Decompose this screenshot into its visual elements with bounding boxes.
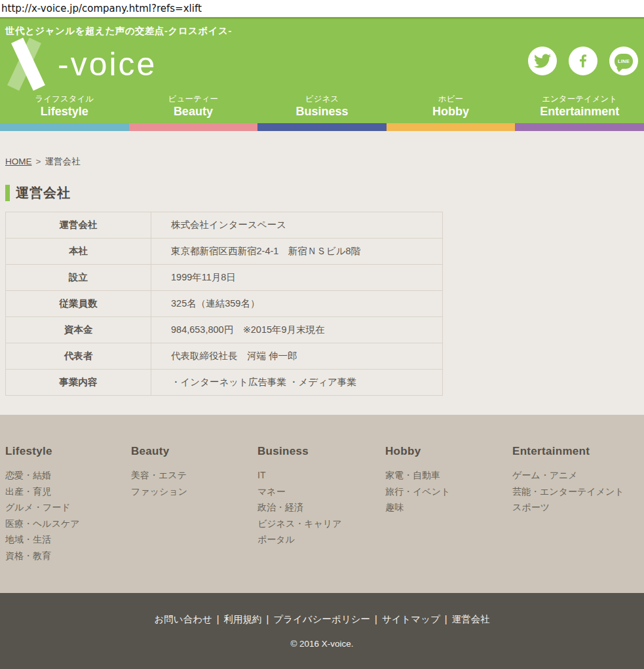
nav-label-en: Beauty <box>129 104 258 119</box>
footer-link[interactable]: 恋愛・結婚 <box>5 467 131 484</box>
row-value: 株式会社インタースペース <box>151 212 443 239</box>
footer-link[interactable]: グルメ・フード <box>5 499 131 516</box>
legal-link-contact[interactable]: お問い合わせ <box>154 614 212 624</box>
footer-column-title: Hobby <box>385 445 512 458</box>
row-label: 従業員数 <box>6 291 151 317</box>
stripe-business <box>257 123 387 131</box>
footer-column-entertainment: Entertainment ゲーム・アニメ 芸能・エンターテイメント スポーツ <box>512 445 624 593</box>
legal-separator: | <box>267 614 269 624</box>
nav-label-jp: ライフスタイル <box>0 94 129 104</box>
nav-label-en: Lifestyle <box>0 104 129 119</box>
main-nav: ライフスタイル Lifestyle ビューティー Beauty ビジネス Bus… <box>0 94 644 123</box>
footer-link[interactable]: ポータル <box>257 531 385 548</box>
table-row: 資本金 984,653,800円 ※2015年9月末現在 <box>6 317 443 343</box>
row-label: 代表者 <box>6 343 151 370</box>
footer-link[interactable]: ゲーム・アニメ <box>512 467 624 484</box>
row-label: 事業内容 <box>6 370 151 396</box>
breadcrumb: HOME>運営会社 <box>5 156 639 168</box>
table-row: 本社 東京都新宿区西新宿2-4-1 新宿ＮＳビル8階 <box>6 239 443 265</box>
nav-label-jp: ビジネス <box>257 94 387 104</box>
twitter-icon[interactable] <box>528 47 557 75</box>
row-value: 325名（連結359名） <box>151 291 443 317</box>
facebook-icon[interactable] <box>569 47 597 75</box>
row-value: ・インターネット広告事業 ・メディア事業 <box>151 370 443 396</box>
row-value: 東京都新宿区西新宿2-4-1 新宿ＮＳビル8階 <box>151 239 443 265</box>
main-content: HOME>運営会社 運営会社 運営会社 株式会社インタースペース 本社 東京都新… <box>0 131 644 415</box>
table-row: 従業員数 325名（連結359名） <box>6 291 443 317</box>
nav-label-jp: ホビー <box>387 94 516 104</box>
row-value: 1999年11月8日 <box>151 265 443 291</box>
legal-link-terms[interactable]: 利用規約 <box>224 614 262 624</box>
footer-link[interactable]: ビジネス・キャリア <box>257 516 385 532</box>
nav-item-lifestyle[interactable]: ライフスタイル Lifestyle <box>0 94 129 123</box>
footer-link[interactable]: 家電・自動車 <box>385 467 512 484</box>
table-row: 事業内容 ・インターネット広告事業 ・メディア事業 <box>6 370 443 396</box>
company-info-table: 運営会社 株式会社インタースペース 本社 東京都新宿区西新宿2-4-1 新宿ＮＳ… <box>5 212 443 396</box>
footer-link[interactable]: 医療・ヘルスケア <box>5 516 131 532</box>
footer-link[interactable]: ファッション <box>131 484 257 500</box>
legal-separator: | <box>375 614 377 624</box>
line-label: LINE <box>618 58 630 64</box>
nav-item-hobby[interactable]: ホビー Hobby <box>387 94 516 123</box>
nav-label-en: Business <box>257 104 387 119</box>
site-header: 世代とジャンルを超えた声の交差点-クロスボイス- -voice LINE <box>0 17 644 123</box>
title-accent-bar <box>5 185 10 201</box>
breadcrumb-separator: > <box>36 157 41 166</box>
table-row: 代表者 代表取締役社長 河端 伸一郎 <box>6 343 443 370</box>
footer-column-business: Business IT マネー 政治・経済 ビジネス・キャリア ポータル <box>257 445 385 593</box>
table-row: 設立 1999年11月8日 <box>6 265 443 291</box>
footer-link[interactable]: 政治・経済 <box>257 499 385 516</box>
row-value: 代表取締役社長 河端 伸一郎 <box>151 343 443 370</box>
footer-link[interactable]: スポーツ <box>512 499 624 516</box>
footer-column-title: Beauty <box>131 445 257 458</box>
footer-link[interactable]: 資格・教育 <box>5 548 131 564</box>
footer-column-title: Business <box>257 445 385 458</box>
nav-item-business[interactable]: ビジネス Business <box>257 94 387 123</box>
footer-link[interactable]: 旅行・イベント <box>385 484 512 500</box>
stripe-hobby <box>387 123 516 131</box>
site-logo[interactable]: -voice <box>5 40 157 88</box>
footer-link[interactable]: 出産・育児 <box>5 484 131 500</box>
page-title-text: 運営会社 <box>16 184 71 202</box>
footer-link[interactable]: 芸能・エンターテイメント <box>512 484 624 500</box>
footer-link[interactable]: マネー <box>257 484 385 500</box>
footer-column-lifestyle: Lifestyle 恋愛・結婚 出産・育児 グルメ・フード 医療・ヘルスケア 地… <box>5 445 131 593</box>
copyright-text: © 2016 X-voice. <box>0 639 644 649</box>
category-color-stripe <box>0 123 644 131</box>
footer-column-beauty: Beauty 美容・エステ ファッション <box>131 445 257 593</box>
legal-link-privacy[interactable]: プライバシーポリシー <box>273 614 370 624</box>
legal-link-sitemap[interactable]: サイトマップ <box>382 614 440 624</box>
footer-link[interactable]: 趣味 <box>385 499 512 516</box>
nav-item-entertainment[interactable]: エンターテイメント Entertainment <box>515 94 644 123</box>
legal-links: お問い合わせ|利用規約|プライバシーポリシー|サイトマップ|運営会社 <box>0 613 644 626</box>
legal-separator: | <box>445 614 447 624</box>
footer-link[interactable]: 地域・生活 <box>5 531 131 548</box>
footer-legal: お問い合わせ|利用規約|プライバシーポリシー|サイトマップ|運営会社 © 201… <box>0 593 644 669</box>
stripe-lifestyle <box>0 123 129 131</box>
browser-url-text[interactable]: http://x-voice.jp/company.html?refs=xlif… <box>0 0 644 17</box>
legal-separator: | <box>217 614 219 624</box>
logo-x-icon <box>5 41 56 88</box>
nav-label-en: Hobby <box>387 104 516 119</box>
row-label: 設立 <box>6 265 151 291</box>
line-icon[interactable]: LINE <box>609 47 638 75</box>
footer-column-hobby: Hobby 家電・自動車 旅行・イベント 趣味 <box>385 445 512 593</box>
row-label: 資本金 <box>6 317 151 343</box>
footer-category-nav: Lifestyle 恋愛・結婚 出産・育児 グルメ・フード 医療・ヘルスケア 地… <box>0 415 644 593</box>
nav-label-jp: ビューティー <box>129 94 258 104</box>
stripe-entertainment <box>515 123 644 131</box>
stripe-beauty <box>129 123 258 131</box>
row-value: 984,653,800円 ※2015年9月末現在 <box>151 317 443 343</box>
page-title: 運営会社 <box>5 184 639 202</box>
table-row: 運営会社 株式会社インタースペース <box>6 212 443 239</box>
breadcrumb-home-link[interactable]: HOME <box>5 157 32 166</box>
nav-item-beauty[interactable]: ビューティー Beauty <box>129 94 258 123</box>
nav-label-jp: エンターテイメント <box>515 94 644 104</box>
legal-link-company[interactable]: 運営会社 <box>452 614 490 624</box>
social-links: LINE <box>528 47 638 75</box>
logo-text: -voice <box>58 41 157 87</box>
footer-link[interactable]: 美容・エステ <box>131 467 257 484</box>
row-label: 本社 <box>6 239 151 265</box>
footer-link[interactable]: IT <box>257 467 385 484</box>
site-tagline: 世代とジャンルを超えた声の交差点-クロスボイス- <box>0 19 644 37</box>
